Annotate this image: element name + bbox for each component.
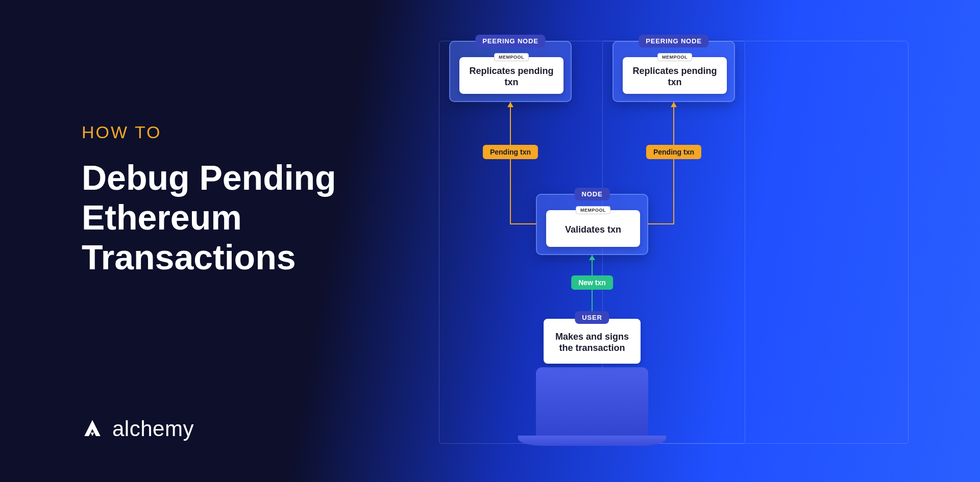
pill-pending-right: Pending txn <box>646 145 701 159</box>
text-node: Validates txn <box>565 224 621 236</box>
arrow-user-node <box>589 255 595 260</box>
line-left-horiz <box>510 223 536 224</box>
text-peering-right: Replicates pending txn <box>628 65 722 88</box>
text-peering-left: Replicates pending txn <box>464 65 558 88</box>
line-right-horiz <box>648 223 674 224</box>
laptop-icon <box>536 367 648 439</box>
arrow-right <box>671 102 677 107</box>
card-peering-right: MEMPOOL Replicates pending txn <box>612 41 735 102</box>
line-right-vert <box>673 102 674 224</box>
card-node: MEMPOOL Validates txn <box>536 194 648 255</box>
line-left-vert <box>510 102 511 224</box>
card-peering-left: MEMPOOL Replicates pending txn <box>449 41 572 102</box>
mempool-tag-left: MEMPOOL <box>494 53 529 61</box>
mempool-tag-right: MEMPOOL <box>657 53 692 61</box>
badge-peering-right: PEERING NODE <box>639 35 708 47</box>
box-peering-right: MEMPOOL Replicates pending txn <box>623 57 727 94</box>
alchemy-icon <box>82 418 103 440</box>
box-user: Makes and signs the transaction <box>544 319 641 364</box>
badge-user: USER <box>575 311 609 324</box>
pill-new-txn: New txn <box>571 275 613 290</box>
pill-pending-left: Pending txn <box>483 145 538 159</box>
page-title: Debug Pending Ethereum Transactions <box>82 158 413 277</box>
text-user: Makes and signs the transaction <box>549 331 635 354</box>
mempool-tag-node: MEMPOOL <box>576 206 610 214</box>
eyebrow: HOW TO <box>82 122 413 142</box>
diagram: PEERING NODE MEMPOOL Replicates pending … <box>439 20 909 459</box>
badge-node: NODE <box>575 188 610 200</box>
badge-peering-left: PEERING NODE <box>475 35 545 47</box>
brand-logo: alchemy <box>82 417 194 441</box>
box-node: MEMPOOL Validates txn <box>546 210 640 247</box>
arrow-left <box>507 102 513 107</box>
brand-name: alchemy <box>112 417 194 441</box>
box-peering-left: MEMPOOL Replicates pending txn <box>459 57 564 94</box>
